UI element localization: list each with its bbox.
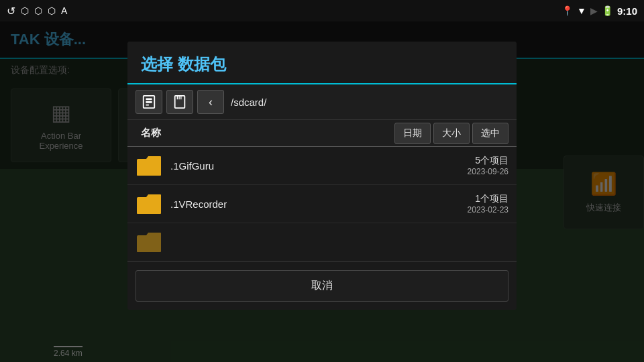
modal-title: 选择 数据包: [127, 42, 517, 84]
file-row[interactable]: [127, 223, 517, 261]
icon4: A: [61, 5, 67, 16]
svg-rect-4: [175, 96, 185, 108]
file-picker-modal: 选择 数据包 ‹: [127, 42, 517, 310]
refresh-icon: ↺: [7, 5, 15, 17]
sd-card-button[interactable]: [166, 90, 193, 114]
file-name: .1GifGuru: [170, 160, 468, 172]
icon3: ⬡: [48, 5, 56, 16]
file-row[interactable]: .1GifGuru 5个项目 2023-09-26: [127, 147, 517, 185]
select-button[interactable]: 选中: [472, 123, 508, 144]
sort-by-size-button[interactable]: 大小: [433, 123, 470, 144]
battery-icon: 🔋: [602, 5, 613, 16]
current-path: /sdcard/: [231, 97, 266, 108]
svg-rect-3: [146, 105, 149, 106]
cancel-button[interactable]: 取消: [136, 270, 508, 302]
file-meta: 5个项目 2023-09-26: [468, 155, 508, 176]
status-bar-right: 📍 ▼ ▶ 🔋 9:10: [561, 5, 637, 17]
file-row[interactable]: .1VRecorder 1个项目 2023-02-23: [127, 185, 517, 223]
modal-title-text: 选择 数据包: [141, 55, 226, 73]
file-date: 2023-09-26: [468, 167, 508, 176]
modal-footer: 取消: [127, 261, 517, 310]
modal-overlay: 选择 数据包 ‹: [0, 21, 644, 362]
file-count: 1个项目: [468, 193, 508, 205]
modal-toolbar: ‹ /sdcard/: [127, 84, 517, 120]
wifi-icon: ▼: [577, 5, 586, 16]
icon2: ⬡: [34, 5, 42, 16]
folder-icon-wrap: [136, 154, 162, 178]
device-storage-button[interactable]: [136, 90, 162, 114]
file-meta: 1个项目 2023-02-23: [468, 193, 508, 215]
svg-rect-2: [146, 101, 152, 103]
svg-rect-1: [146, 99, 152, 101]
folder-icon-wrap: [136, 192, 162, 216]
file-count: 5个项目: [468, 155, 508, 167]
time-display: 9:10: [617, 5, 637, 17]
file-list: .1GifGuru 5个项目 2023-09-26 .1VRecorder: [127, 147, 517, 261]
file-name: .1VRecorder: [170, 198, 468, 210]
signal-icon: ▶: [590, 5, 598, 16]
file-date: 2023-02-23: [468, 205, 508, 215]
folder-icon-wrap: [136, 230, 162, 254]
status-bar-left: ↺ ⬡ ⬡ ⬡ A: [7, 5, 67, 17]
file-list-header: 名称 日期 大小 选中: [127, 120, 517, 147]
col-name-header: 名称: [136, 120, 392, 146]
back-button[interactable]: ‹: [197, 90, 224, 114]
sort-by-date-button[interactable]: 日期: [394, 123, 431, 144]
status-bar: ↺ ⬡ ⬡ ⬡ A 📍 ▼ ▶ 🔋 9:10: [0, 0, 644, 21]
icon1: ⬡: [21, 5, 29, 16]
location-icon: 📍: [561, 5, 573, 16]
